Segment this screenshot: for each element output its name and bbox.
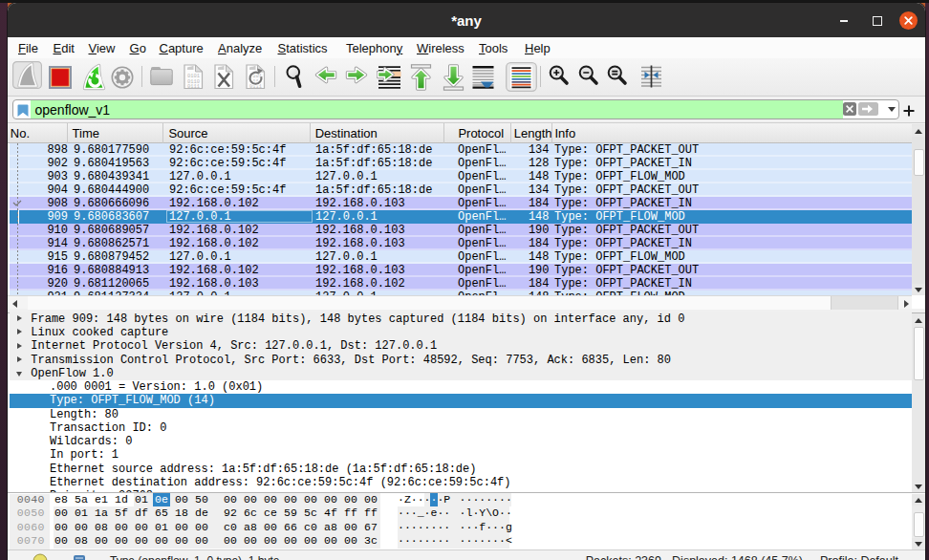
svg-text:0111: 0111 xyxy=(187,84,200,90)
